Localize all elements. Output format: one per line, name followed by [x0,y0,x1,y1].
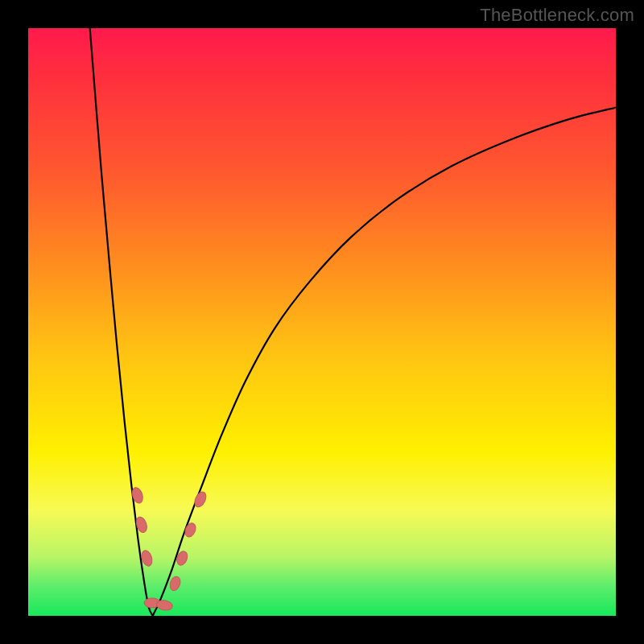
plot-area [28,28,616,616]
chart-frame: TheBottleneck.com [0,0,644,644]
watermark-text: TheBottleneck.com [480,5,634,26]
data-marker [168,575,182,592]
curve-right-branch [153,108,616,616]
chart-svg [28,28,616,616]
data-markers [130,486,208,612]
data-marker [183,522,197,539]
